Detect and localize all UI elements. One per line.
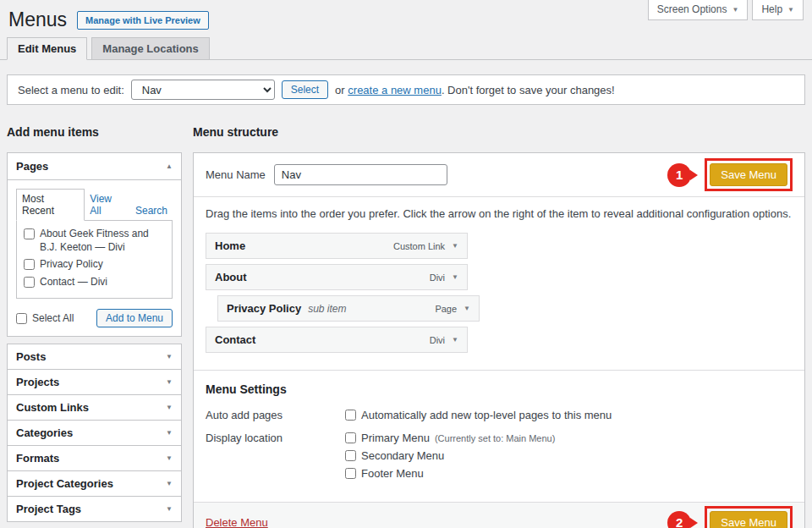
display-location-options: Primary Menu (Currently set to: Main Men…: [345, 432, 555, 480]
menu-item-type-area: Custom Link ▼: [393, 241, 458, 251]
menu-select-bar: Select a menu to edit: Nav Select or cre…: [7, 74, 805, 105]
select-button[interactable]: Select: [282, 80, 328, 99]
pages-panel-header[interactable]: Pages ▲: [8, 153, 181, 180]
drag-instructions: Drag the items into the order you prefer…: [206, 207, 793, 220]
menu-item-type: Divi: [430, 272, 445, 283]
location-label: Footer Menu: [361, 467, 424, 480]
select-menu-label: Select a menu to edit:: [18, 84, 124, 96]
accordion-label: Custom Links: [16, 401, 89, 414]
chevron-down-icon[interactable]: ▼: [452, 242, 458, 250]
page-checkbox[interactable]: [24, 259, 35, 270]
annotation-step-2-badge: 2: [667, 511, 691, 528]
page-checkbox-item[interactable]: Privacy Policy: [24, 258, 165, 272]
menu-name-label: Menu Name: [206, 168, 266, 181]
chevron-down-icon: ▼: [166, 429, 173, 437]
screen-meta-links: Screen Options ▼ Help ▼: [648, 0, 804, 20]
menu-item-contact[interactable]: Contact Divi ▼: [206, 327, 468, 353]
page-checkbox-item[interactable]: Contact — Divi: [24, 276, 165, 289]
menu-item-label: Contact: [215, 333, 255, 346]
menu-select[interactable]: Nav: [131, 80, 275, 100]
menu-structure-box: Menu Name 1 Save Menu Drag the items int…: [193, 152, 805, 528]
tab-edit-menus[interactable]: Edit Menus: [7, 37, 87, 60]
create-menu-text: or create a new menu. Don't forget to sa…: [335, 84, 615, 96]
save-menu-button-bottom[interactable]: Save Menu: [710, 511, 787, 528]
chevron-up-icon[interactable]: ▲: [166, 162, 173, 170]
menu-item-type: Divi: [430, 335, 445, 345]
accordion-project-categories[interactable]: Project Categories ▼: [7, 470, 182, 497]
page-header: Menus Manage with Live Preview: [8, 8, 209, 31]
menu-item-home[interactable]: Home Custom Link ▼: [206, 233, 468, 259]
secondary-menu-checkbox[interactable]: [345, 450, 356, 461]
menu-structure-column: Menu structure Menu Name 1 Save Menu Dra…: [193, 125, 805, 528]
select-all-control[interactable]: Select All: [16, 312, 74, 324]
auto-add-checkbox[interactable]: [345, 410, 356, 421]
pages-quick-tabs: Most Recent View All Search: [16, 189, 173, 221]
menu-settings-heading: Menu Settings: [206, 382, 793, 396]
wordpress-menus-page: { "page": { "title": "Menus", "live_prev…: [0, 0, 812, 528]
auto-add-option-label: Automatically add new top-level pages to…: [361, 409, 612, 421]
page-checkbox[interactable]: [24, 277, 35, 288]
accordion-project-tags[interactable]: Project Tags ▼: [7, 496, 182, 522]
menu-item-subtext: sub item: [308, 303, 346, 315]
accordion-custom-links[interactable]: Custom Links ▼: [7, 394, 182, 421]
save-menu-bottom-highlight: Save Menu: [705, 506, 793, 528]
chevron-down-icon: ▼: [732, 6, 738, 14]
location-label: Secondary Menu: [361, 449, 444, 462]
display-location-row: Display location Primary Menu (Currently…: [206, 432, 793, 480]
chevron-down-icon: ▼: [166, 404, 173, 411]
accordion-posts[interactable]: Posts ▼: [7, 344, 182, 370]
tab-manage-locations[interactable]: Manage Locations: [91, 37, 209, 60]
select-all-checkbox[interactable]: [16, 313, 27, 324]
chevron-down-icon: ▼: [787, 6, 794, 14]
menu-item-about[interactable]: About Divi ▼: [206, 264, 468, 290]
pages-actions: Select All Add to Menu: [16, 309, 173, 327]
accordion-formats[interactable]: Formats ▼: [7, 445, 182, 471]
location-note: (Currently set to: Main Menu): [435, 433, 555, 443]
tab-search[interactable]: Search: [130, 201, 173, 220]
select-all-label: Select All: [32, 312, 74, 324]
menu-actions-footer: Delete Menu 2 Save Menu: [194, 502, 804, 528]
add-to-menu-button[interactable]: Add to Menu: [96, 309, 173, 327]
location-secondary-menu[interactable]: Secondary Menu: [345, 449, 555, 462]
auto-add-pages-row: Auto add pages Automatically add new top…: [206, 409, 793, 421]
save-menu-bottom-area: 2 Save Menu: [667, 506, 793, 528]
display-location-label: Display location: [206, 432, 345, 480]
tab-most-recent[interactable]: Most Recent: [16, 189, 85, 221]
accordion-categories[interactable]: Categories ▼: [7, 420, 182, 446]
menu-item-label: Home: [215, 239, 245, 252]
save-menu-top-area: 1 Save Menu: [667, 158, 793, 191]
screen-options-button[interactable]: Screen Options ▼: [648, 0, 749, 20]
page-checkbox-label: Contact — Divi: [40, 276, 107, 289]
accordion-label: Project Tags: [16, 503, 81, 515]
page-checkbox-item[interactable]: About Geek Fitness and B.J. Keeton — Div…: [24, 228, 165, 254]
create-new-menu-link[interactable]: create a new menu: [348, 84, 442, 96]
chevron-down-icon[interactable]: ▼: [464, 305, 470, 312]
footer-menu-checkbox[interactable]: [345, 468, 356, 479]
menu-item-type-area: Divi ▼: [430, 272, 458, 283]
chevron-down-icon: ▼: [166, 505, 173, 513]
chevron-down-icon[interactable]: ▼: [452, 336, 458, 344]
location-label: Primary Menu: [361, 432, 430, 444]
tab-view-all[interactable]: View All: [85, 190, 130, 220]
primary-menu-checkbox[interactable]: [345, 432, 356, 443]
chevron-down-icon[interactable]: ▼: [452, 273, 458, 281]
accordion-label: Categories: [16, 426, 73, 439]
pages-panel: Pages ▲ Most Recent View All Search Abou…: [7, 152, 182, 337]
auto-add-option[interactable]: Automatically add new top-level pages to…: [345, 409, 612, 421]
menu-items-area: Drag the items into the order you prefer…: [194, 197, 804, 361]
manage-live-preview-button[interactable]: Manage with Live Preview: [77, 11, 209, 30]
delete-menu-link[interactable]: Delete Menu: [206, 516, 268, 528]
save-menu-button-top[interactable]: Save Menu: [710, 163, 787, 186]
page-checkbox[interactable]: [24, 228, 35, 239]
location-footer-menu[interactable]: Footer Menu: [345, 467, 555, 480]
accordion-label: Posts: [16, 350, 46, 363]
page-checkbox-label: Privacy Policy: [40, 258, 103, 272]
accordion-projects[interactable]: Projects ▼: [7, 369, 182, 395]
menu-item-privacy-policy[interactable]: Privacy Policy sub item Page ▼: [217, 295, 480, 322]
menu-settings-section: Menu Settings Auto add pages Automatical…: [194, 370, 804, 502]
page-checkbox-label: About Geek Fitness and B.J. Keeton — Div…: [40, 228, 165, 254]
help-button[interactable]: Help ▼: [752, 0, 804, 20]
location-primary-menu[interactable]: Primary Menu (Currently set to: Main Men…: [345, 432, 555, 444]
menu-item-label: Privacy Policy: [227, 302, 301, 315]
menu-name-input[interactable]: [274, 164, 447, 185]
